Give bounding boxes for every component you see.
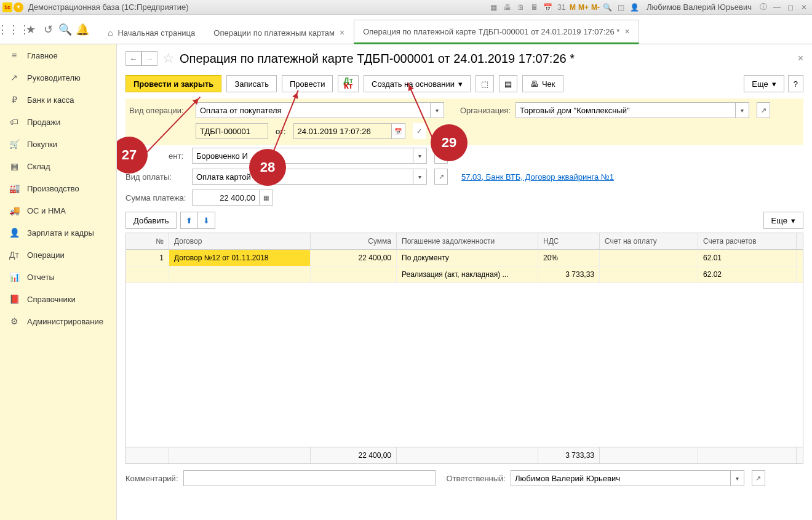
calc-icon[interactable]: 🖩 — [529, 2, 540, 13]
op-type-field[interactable] — [196, 102, 431, 118]
table-row[interactable]: 1Договор №12 от 01.11.201822 400,00По до… — [126, 250, 803, 266]
sidebar-label: Отчеты — [27, 273, 55, 282]
minimize-icon[interactable]: — — [771, 2, 782, 13]
sidebar-item[interactable]: ₽Банк и касса — [0, 89, 116, 111]
receipt-button[interactable]: 🖶 Чек — [522, 75, 563, 92]
dropdown-icon[interactable]: ▾ — [731, 470, 744, 486]
footer-cell — [126, 447, 169, 463]
tab-current[interactable]: Операция по платежной карте ТДБП-000001 … — [354, 20, 639, 44]
calc-icon[interactable]: ▦ — [260, 190, 273, 206]
sidebar-item[interactable]: 📕Справочники — [0, 288, 116, 310]
counterparty-field[interactable] — [192, 148, 413, 164]
memory-mplus[interactable]: M+ — [578, 3, 589, 12]
apps-icon[interactable]: ⋮⋮⋮ — [5, 21, 22, 38]
table-more-button[interactable]: Еще ▾ — [763, 212, 803, 229]
user-name[interactable]: Любимов Валерий Юрьевич — [647, 2, 752, 12]
search-icon[interactable]: 🔍 — [57, 21, 74, 38]
write-button[interactable]: Записать — [226, 75, 277, 92]
doc-icon[interactable]: 🗎 — [515, 2, 527, 13]
tab-operations[interactable]: Операции по платежным картам × — [204, 21, 354, 44]
resp-field[interactable] — [511, 470, 731, 486]
close-icon[interactable]: ✕ — [798, 2, 810, 13]
cell — [126, 266, 169, 282]
dropdown-icon[interactable]: ▼ — [14, 2, 23, 12]
sidebar: ≡Главное↗Руководителю₽Банк и касса🏷Прода… — [0, 44, 117, 520]
col-contract[interactable]: Договор — [169, 233, 311, 249]
sidebar-icon: ≡ — [9, 50, 20, 60]
comment-field[interactable] — [183, 470, 436, 486]
sidebar-item[interactable]: 📊Отчеты — [0, 266, 116, 288]
dropdown-icon[interactable]: ▾ — [736, 102, 749, 118]
sidebar-item[interactable]: ≡Главное — [0, 44, 116, 66]
move-up-button[interactable]: ⬆ — [180, 212, 198, 229]
sidebar-item[interactable]: ↗Руководителю — [0, 66, 116, 89]
sidebar-label: Зарплата и кадры — [27, 228, 94, 238]
date-icon[interactable]: 31 — [556, 2, 567, 13]
date-field[interactable] — [293, 123, 392, 139]
btn-label: Еще — [771, 216, 787, 225]
pay-type-field[interactable] — [192, 169, 413, 185]
dtk-button[interactable]: ДтКт — [338, 75, 359, 92]
comment-label: Комментарий: — [125, 474, 178, 483]
maximize-icon[interactable]: ◻ — [785, 2, 796, 13]
tab-label: Начальная страница — [117, 28, 195, 38]
cell: По документу — [397, 250, 538, 266]
structure-icon[interactable]: ⬚ — [476, 75, 494, 92]
sum-field[interactable] — [192, 190, 260, 206]
post-and-close-button[interactable]: Провести и закрыть — [125, 75, 221, 92]
nav-forward-button[interactable]: → — [141, 51, 157, 66]
dropdown-icon[interactable]: ▾ — [413, 148, 427, 164]
sidebar-item[interactable]: 🛒Покупки — [0, 133, 116, 155]
table-row[interactable]: Реализация (акт, накладная) ...3 733,336… — [126, 266, 803, 283]
calendar-icon[interactable]: 📅 — [392, 123, 405, 139]
sidebar-item[interactable]: ДтОперации — [0, 244, 116, 266]
favorites-icon[interactable]: ★ — [22, 21, 39, 38]
tab-close-icon[interactable]: × — [340, 28, 344, 38]
acquiring-link[interactable]: 57.03, Банк ВТБ, Договор эквайринга №1 — [461, 172, 614, 182]
col-invoice[interactable]: Счет на оплату — [600, 233, 698, 249]
panel-icon[interactable]: ◫ — [616, 2, 627, 13]
col-vat[interactable]: НДС — [538, 233, 600, 249]
create-based-button[interactable]: Создать на основании ▾ — [364, 75, 471, 92]
print-icon[interactable]: 🖶 — [502, 2, 513, 13]
calendar-icon[interactable]: 📅 — [543, 2, 554, 13]
add-row-button[interactable]: Добавить — [125, 212, 177, 229]
bell-icon[interactable]: 🔔 — [74, 21, 91, 38]
col-accounts[interactable]: Счета расчетов — [698, 233, 797, 249]
zoom-icon[interactable]: 🔍 — [602, 2, 613, 13]
nav-back-button[interactable]: ← — [125, 51, 141, 66]
sidebar-item[interactable]: 👤Зарплата и кадры — [0, 222, 116, 244]
sidebar-item[interactable]: ⚙Администрирование — [0, 310, 116, 332]
report-icon[interactable]: ▤ — [499, 75, 517, 92]
dropdown-icon[interactable]: ▾ — [431, 102, 444, 118]
sidebar-label: Продажи — [27, 118, 60, 127]
close-page-icon[interactable]: × — [798, 53, 803, 64]
toolbar-icon[interactable]: ▦ — [488, 2, 500, 13]
help-button[interactable]: ? — [788, 75, 803, 92]
favorite-star-icon[interactable]: ☆ — [162, 50, 175, 66]
info-icon[interactable]: ⓘ — [758, 2, 769, 13]
org-field[interactable] — [515, 102, 736, 118]
dropdown-icon[interactable]: ▾ — [413, 169, 427, 185]
more-button[interactable]: Еще ▾ — [744, 75, 784, 92]
memory-mminus[interactable]: M- — [591, 3, 600, 12]
history-icon[interactable]: ↺ — [39, 21, 57, 38]
number-field[interactable] — [196, 123, 268, 139]
page-title: Операция по платежной карте ТДБП-000001 … — [180, 52, 575, 66]
open-icon[interactable]: ↗ — [434, 169, 448, 185]
sidebar-item[interactable]: 🏷Продажи — [0, 111, 116, 133]
tab-close-icon[interactable]: × — [624, 26, 629, 36]
open-icon[interactable]: ↗ — [757, 102, 770, 118]
open-icon[interactable]: ↗ — [752, 470, 765, 486]
sidebar-item[interactable]: 🚚ОС и НМА — [0, 199, 116, 222]
post-button[interactable]: Провести — [282, 75, 333, 92]
sidebar-item[interactable]: 🏭Производство — [0, 177, 116, 199]
memory-m[interactable]: M — [570, 3, 576, 12]
sidebar-item[interactable]: ▦Склад — [0, 155, 116, 177]
move-down-button[interactable]: ⬇ — [198, 212, 215, 229]
col-repayment[interactable]: Погашение задолженности — [397, 233, 538, 249]
col-sum[interactable]: Сумма — [311, 233, 397, 249]
col-num[interactable]: № — [126, 233, 169, 249]
tab-home[interactable]: ⌂ Начальная страница — [98, 21, 204, 44]
sidebar-label: Производство — [27, 184, 79, 193]
